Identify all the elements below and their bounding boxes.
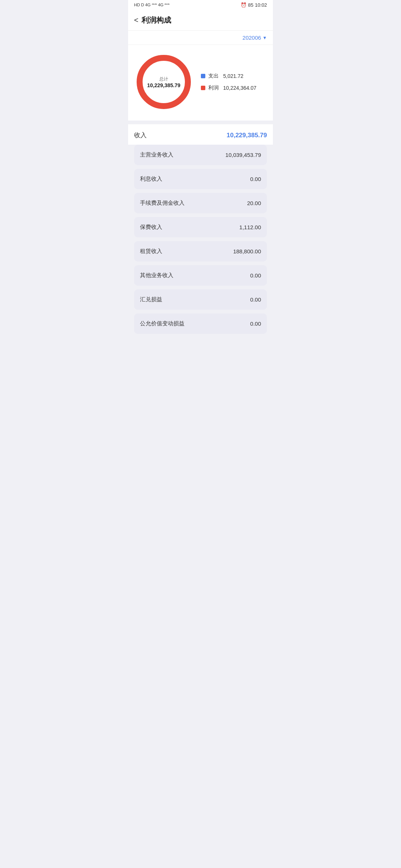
- alarm-icon: ⏰: [241, 2, 247, 8]
- section-divider: [128, 121, 273, 124]
- chart-legend: 支出 5,021.72 利润 10,224,364.07: [193, 73, 267, 91]
- back-button[interactable]: <: [134, 16, 138, 24]
- date-selector-row: 202006 ▼: [128, 31, 273, 45]
- status-left: HD D 4G ᵐᵐ 4G ᵐᵐ: [134, 3, 170, 7]
- list-item[interactable]: 其他业务收入 0.00: [134, 265, 267, 286]
- date-selector[interactable]: 202006 ▼: [242, 34, 267, 41]
- chevron-down-icon: ▼: [263, 35, 267, 40]
- legend-dot-lirun: [201, 86, 205, 90]
- chart-section: 总计 10,229,385.79 支出 5,021.72 利润 10,224,3…: [128, 45, 273, 121]
- list-item[interactable]: 租赁收入 188,800.00: [134, 241, 267, 262]
- date-label: 202006: [242, 34, 261, 41]
- list-item[interactable]: 公允价值变动损益 0.00: [134, 313, 267, 334]
- item-value-1: 0.00: [250, 176, 261, 182]
- donut-value: 10,229,385.79: [147, 82, 180, 88]
- legend-dot-zhichu: [201, 74, 205, 78]
- legend-label-lirun: 利润: [208, 85, 220, 91]
- income-total: 10,229,385.79: [226, 132, 267, 139]
- item-label-3: 保费收入: [140, 224, 162, 231]
- donut-chart: 总计 10,229,385.79: [134, 52, 193, 112]
- item-label-5: 其他业务收入: [140, 272, 173, 279]
- item-label-1: 利息收入: [140, 175, 162, 183]
- list-item[interactable]: 主营业务收入 10,039,453.79: [134, 145, 267, 165]
- header: < 利润构成: [128, 10, 273, 31]
- list-item[interactable]: 汇兑损益 0.00: [134, 289, 267, 310]
- time-display: 10:02: [255, 2, 267, 8]
- income-list: 主营业务收入 10,039,453.79 利息收入 0.00 手续费及佣金收入 …: [128, 145, 273, 338]
- donut-label: 总计: [147, 76, 180, 82]
- item-value-6: 0.00: [250, 296, 261, 303]
- item-label-6: 汇兑损益: [140, 296, 162, 303]
- item-value-3: 1,112.00: [239, 224, 261, 230]
- status-right: ⏰ 85 10:02: [241, 2, 267, 8]
- income-label: 收入: [134, 131, 147, 139]
- item-label-7: 公允价值变动损益: [140, 320, 185, 327]
- item-value-2: 20.00: [247, 200, 261, 206]
- donut-center: 总计 10,229,385.79: [147, 76, 180, 88]
- list-item[interactable]: 手续费及佣金收入 20.00: [134, 193, 267, 213]
- battery-level: 85: [248, 2, 253, 8]
- item-value-5: 0.00: [250, 272, 261, 279]
- signal-icons: HD D 4G ᵐᵐ 4G ᵐᵐ: [134, 3, 170, 7]
- legend-item-lirun: 利润 10,224,364.07: [201, 85, 267, 91]
- item-value-7: 0.00: [250, 320, 261, 327]
- legend-amount-zhichu: 5,021.72: [223, 73, 244, 79]
- item-value-0: 10,039,453.79: [225, 152, 261, 158]
- legend-amount-lirun: 10,224,364.07: [223, 85, 257, 91]
- item-label-4: 租赁收入: [140, 248, 162, 255]
- legend-item-zhichu: 支出 5,021.72: [201, 73, 267, 79]
- page-title: 利润构成: [141, 15, 171, 25]
- income-header: 收入 10,229,385.79: [128, 124, 273, 145]
- list-item[interactable]: 利息收入 0.00: [134, 169, 267, 189]
- list-item[interactable]: 保费收入 1,112.00: [134, 217, 267, 237]
- legend-label-zhichu: 支出: [208, 73, 220, 79]
- item-value-4: 188,800.00: [233, 248, 261, 254]
- status-bar: HD D 4G ᵐᵐ 4G ᵐᵐ ⏰ 85 10:02: [128, 0, 273, 10]
- item-label-2: 手续费及佣金收入: [140, 200, 185, 207]
- item-label-0: 主营业务收入: [140, 151, 173, 158]
